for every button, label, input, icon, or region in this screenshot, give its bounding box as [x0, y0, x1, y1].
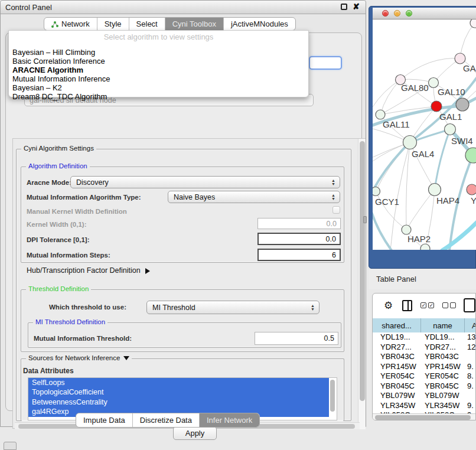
table-row[interactable]: YER054CYER054C8.: [373, 371, 476, 381]
mi-threshold-title: MI Threshold Definition: [33, 318, 107, 325]
mi-threshold-field[interactable]: 0.5: [255, 332, 338, 345]
tab-network[interactable]: Network: [44, 18, 97, 30]
column-header-shared...[interactable]: shared...: [373, 318, 421, 332]
network-edge[interactable]: [373, 80, 400, 107]
dropdown-item[interactable]: Mutual Information Inference: [9, 74, 308, 83]
network-node-hap4[interactable]: [429, 184, 441, 196]
column-header-A[interactable]: A: [465, 318, 476, 332]
network-node-gcy1[interactable]: [373, 187, 380, 196]
apply-button[interactable]: Apply: [173, 426, 217, 440]
network-edge[interactable]: [435, 129, 450, 190]
manual-kernel-width-checkbox[interactable]: [332, 206, 340, 214]
table-cell: [465, 391, 476, 401]
network-edge[interactable]: [380, 80, 400, 115]
table-cell: 13: [465, 332, 476, 343]
sources-title[interactable]: Sources for Network Inference: [26, 354, 132, 361]
network-edge[interactable]: [400, 58, 460, 80]
data-attributes-label: Data Attributes: [23, 367, 74, 375]
table-cell: [465, 352, 476, 362]
split-columns-icon[interactable]: [402, 300, 412, 311]
deselect-all-checkboxes-icon[interactable]: [442, 302, 456, 308]
minimize-traffic-light-icon[interactable]: [394, 10, 400, 17]
network-node[interactable]: [470, 19, 476, 28]
hub-factor-section-toggle[interactable]: Hub/Transcription Factor Definition: [27, 266, 150, 275]
table-row[interactable]: YLR345WYLR345W9.: [373, 401, 476, 411]
tab-discretize-data[interactable]: Discretize Data: [133, 413, 200, 427]
network-edge[interactable]: [442, 221, 476, 250]
table-cell: 9.: [465, 381, 476, 392]
gear-icon[interactable]: ⚙: [384, 299, 393, 312]
network-node-gal4[interactable]: [403, 136, 417, 149]
table-cell: YDR27...: [373, 343, 421, 353]
cyni-mode-tabbar: Impute DataDiscretize DataInfer Network: [76, 413, 260, 428]
tab-jactivemnodules[interactable]: jActiveMNodules: [224, 18, 295, 30]
table-toolbar: ⚙ ✓✓: [373, 294, 475, 317]
table-row[interactable]: YBR045CYBR045C9.: [373, 381, 476, 392]
zoom-traffic-light-icon[interactable]: [406, 10, 412, 17]
close-traffic-light-icon[interactable]: [382, 10, 389, 17]
threshold-definition-title: Threshold Definition: [26, 285, 91, 292]
list-scrollbar-thumb[interactable]: [330, 380, 335, 412]
table-row[interactable]: YPR145WYPR145W9.: [373, 362, 476, 372]
mi-algorithm-type-select[interactable]: Naive Bayes ▲▼: [168, 191, 340, 203]
network-node-hap2[interactable]: [402, 225, 411, 234]
stepper-arrows-icon: ▲▼: [331, 179, 335, 185]
network-edge[interactable]: [460, 23, 475, 58]
network-node-gal11[interactable]: [376, 110, 385, 119]
dpi-tolerance-field[interactable]: 0.0: [257, 233, 341, 245]
dropdown-item[interactable]: Bayesian – K2: [9, 83, 308, 92]
table-panel-window: ⚙ ✓✓ shared...nameA YDL19...YDL19...13YD…: [372, 293, 476, 420]
new-table-icon[interactable]: [464, 298, 475, 312]
tab-select[interactable]: Select: [129, 18, 165, 30]
network-canvas[interactable]: GALGAL80GAL10GAL1GAL11SWI4GAL4GCY1HAP4YH…: [373, 19, 476, 250]
data-attribute-item[interactable]: SelfLoops: [28, 378, 329, 387]
settings-vertical-scrollbar[interactable]: [358, 139, 366, 429]
data-attribute-item[interactable]: TopologicalCoefficient: [28, 387, 329, 397]
dropdown-item[interactable]: ARACNE Algorithm: [9, 66, 308, 74]
network-node-gal[interactable]: [455, 53, 465, 64]
cyni-algorithm-settings-title: Cyni Algorithm Settings: [21, 145, 96, 152]
close-icon[interactable]: ✘: [353, 2, 360, 11]
mi-steps-label: Mutual Information Steps:: [27, 252, 110, 259]
tab-cyni-toolbox[interactable]: Cyni Toolbox: [165, 18, 224, 30]
network-node-swi4[interactable]: [445, 124, 456, 135]
table-cell: YPR145W: [373, 362, 421, 372]
table-horizontal-scrollbar[interactable]: [373, 413, 476, 420]
scrollbar-thumb[interactable]: [360, 141, 365, 401]
column-header-name[interactable]: name: [421, 318, 465, 332]
table-cell: YBR045C: [421, 381, 465, 392]
network-window-titlebar[interactable]: [373, 8, 476, 19]
tab-impute-data[interactable]: Impute Data: [76, 413, 133, 427]
table-row[interactable]: YBL079WYBL079W: [373, 391, 476, 401]
table-row[interactable]: YDR27...YDR27...12: [373, 343, 476, 353]
tab-infer-network[interactable]: Infer Network: [200, 413, 259, 427]
table-row[interactable]: YBR043CYBR043C: [373, 352, 476, 362]
select-all-checkboxes-icon[interactable]: ✓✓: [420, 302, 434, 308]
dropdown-item[interactable]: Dream8 DC_TDC Algorithm: [9, 92, 308, 101]
kernel-width-field[interactable]: 0.0: [257, 218, 341, 229]
network-node[interactable]: [456, 98, 469, 111]
table-cell: YER054C: [373, 371, 421, 381]
mi-steps-field[interactable]: 6: [257, 249, 341, 261]
dropdown-item[interactable]: Bayesian – Hill Climbing: [9, 48, 308, 57]
panel-splitter-handle[interactable]: [363, 216, 367, 223]
network-node-gal10[interactable]: [429, 78, 439, 88]
data-attribute-item[interactable]: BetweennessCentrality: [28, 397, 329, 407]
network-edge[interactable]: [373, 204, 392, 250]
dropdown-item[interactable]: Basic Correlation Inference: [9, 57, 308, 66]
table-row[interactable]: YDL19...YDL19...13: [373, 332, 476, 343]
which-threshold-select[interactable]: MI Threshold ▲▼: [146, 301, 319, 314]
minimized-panel-icon[interactable]: [4, 442, 17, 450]
aracne-mode-select[interactable]: Discovery ▲▼: [70, 176, 340, 188]
network-node[interactable]: [420, 244, 430, 250]
tab-style[interactable]: Style: [97, 18, 129, 30]
scrollbar-thumb[interactable]: [375, 415, 471, 420]
network-node-gal1[interactable]: [431, 101, 442, 112]
network-view-window[interactable]: GALGAL80GAL10GAL1GAL11SWI4GAL4GCY1HAP4YH…: [369, 6, 476, 269]
control-panel-titlebar[interactable]: Control Panel ✘: [1, 1, 366, 14]
network-icon: [51, 21, 58, 28]
inference-algorithm-combo-edge[interactable]: [309, 56, 342, 70]
float-window-icon[interactable]: [341, 4, 347, 10]
network-node-y[interactable]: [467, 184, 476, 195]
table-cell: 12: [465, 343, 476, 353]
